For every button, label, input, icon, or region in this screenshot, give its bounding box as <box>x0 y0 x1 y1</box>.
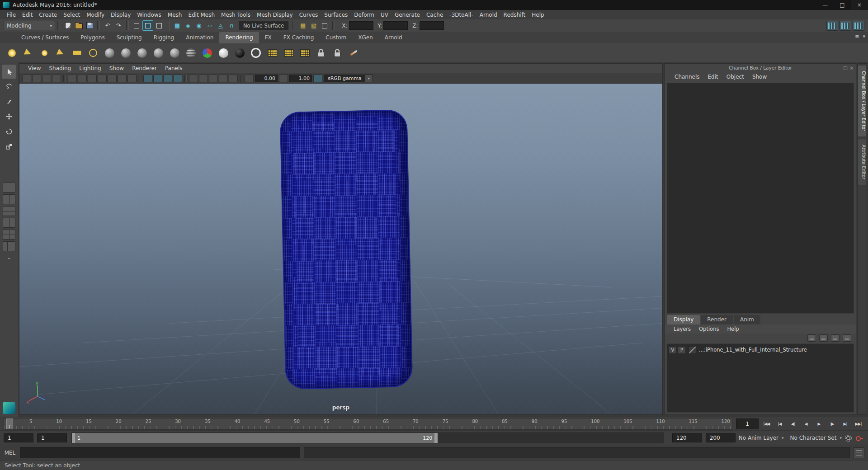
rotate-tool-button[interactable] <box>2 124 16 138</box>
command-input[interactable] <box>20 447 300 458</box>
isolate-select-icon[interactable] <box>229 75 238 82</box>
play-backwards-button[interactable]: ◀ <box>800 419 812 429</box>
anim-layer-select[interactable]: No Anim Layer ▾ <box>736 433 787 443</box>
menu-file[interactable]: File <box>4 12 19 18</box>
ambient-light-button[interactable] <box>4 45 19 61</box>
paint-effects-button[interactable] <box>346 45 361 61</box>
menu-edit[interactable]: Edit <box>19 12 36 18</box>
xray-icon[interactable] <box>219 75 228 82</box>
playback-end-field[interactable]: 120 <box>672 433 702 442</box>
output-connections-button[interactable]: ▧ <box>309 21 319 30</box>
color-wheel-button[interactable] <box>199 45 215 61</box>
viewport-menu-show[interactable]: Show <box>105 65 128 71</box>
animation-end-field[interactable]: 200 <box>706 433 736 442</box>
menu-set-select[interactable]: Modeling ▾ <box>4 21 55 30</box>
pop-out-icon[interactable]: □ <box>843 66 847 70</box>
iphone-wireframe-model[interactable] <box>280 109 413 390</box>
move-layer-down-icon[interactable] <box>819 334 828 342</box>
step-back-frame-button[interactable]: |◀ <box>774 419 786 429</box>
ipr-render-button[interactable] <box>840 21 851 31</box>
viewport-menu-shading[interactable]: Shading <box>45 65 75 71</box>
separator[interactable] <box>332 21 335 30</box>
render-settings-button[interactable] <box>853 21 864 31</box>
render-globals-button[interactable] <box>281 45 296 61</box>
current-frame-field[interactable]: 1 <box>736 418 759 429</box>
separator[interactable] <box>57 21 60 30</box>
channel-menu-channels[interactable]: Channels <box>670 74 704 80</box>
shelf-tab-arnold[interactable]: Arnold <box>379 32 408 43</box>
occlusion-icon[interactable] <box>199 75 208 82</box>
material-sphere-button-5[interactable] <box>167 45 182 61</box>
redo-button[interactable]: ↷ <box>113 21 123 30</box>
menu-create[interactable]: Create <box>36 12 60 18</box>
minimize-button[interactable]: — <box>816 0 834 10</box>
shelf-tab-sculpting[interactable]: Sculpting <box>111 32 148 43</box>
construction-history-button[interactable] <box>320 21 330 30</box>
black-shader-button[interactable] <box>232 45 247 61</box>
close-button[interactable]: × <box>851 0 868 10</box>
menu-redshift[interactable]: Redshift <box>500 12 529 18</box>
step-back-key-button[interactable]: ◀| <box>787 419 799 429</box>
gamma-field[interactable]: 1.00 <box>289 75 312 82</box>
layout-outliner-persp-button[interactable] <box>3 241 15 251</box>
menu-help[interactable]: Help <box>528 12 547 18</box>
menu-modify[interactable]: Modify <box>83 12 108 18</box>
material-sphere-button-2[interactable] <box>118 45 133 61</box>
close-panel-icon[interactable]: × <box>850 66 854 70</box>
viewport-menu-view[interactable]: View <box>24 65 45 71</box>
point-light-button[interactable] <box>37 45 52 61</box>
shadows-icon[interactable] <box>189 75 198 82</box>
menu-cache[interactable]: Cache <box>423 12 446 18</box>
batch-render-button[interactable] <box>297 45 312 61</box>
snap-to-plane-button[interactable]: ▱ <box>205 21 215 30</box>
layer-tab-display[interactable]: Display <box>667 315 700 324</box>
animation-start-field[interactable]: 1 <box>4 433 33 442</box>
select-hierarchy-button[interactable] <box>132 21 142 30</box>
range-slider-track[interactable]: 1 120 <box>71 432 664 443</box>
layer-menu-options[interactable]: Options <box>695 326 723 332</box>
white-shader-button[interactable] <box>216 45 231 61</box>
shelf-tab-custom[interactable]: Custom <box>320 32 352 43</box>
z-coordinate-input[interactable] <box>420 21 444 30</box>
material-sphere-button-3[interactable] <box>134 45 150 61</box>
select-tool-button[interactable] <box>2 65 16 79</box>
snap-to-view-button[interactable]: ◬ <box>216 21 226 30</box>
play-forwards-button[interactable]: ▶ <box>813 419 825 429</box>
wireframe-mode-icon[interactable] <box>143 75 152 82</box>
layer-playback-toggle[interactable]: P <box>678 346 686 354</box>
layer-name[interactable]: ...:iPhone_11_with_Full_Internal_Structu… <box>699 347 807 353</box>
safe-title-icon[interactable] <box>127 75 137 82</box>
create-empty-layer-icon[interactable] <box>831 334 840 342</box>
menu-windows[interactable]: Windows <box>134 12 165 18</box>
x-coordinate-input[interactable] <box>349 21 373 30</box>
shelf-collapse-icon[interactable]: ▾ <box>863 33 865 468</box>
shelf-tab-fx[interactable]: FX <box>259 32 278 43</box>
layer-tab-render[interactable]: Render <box>701 315 733 324</box>
lasso-tool-button[interactable] <box>2 80 16 94</box>
menu-edit-mesh[interactable]: Edit Mesh <box>185 12 218 18</box>
shelf-tab-xgen[interactable]: XGen <box>352 32 379 43</box>
layer-menu-help[interactable]: Help <box>723 326 743 332</box>
move-tool-button[interactable] <box>2 109 16 123</box>
layout-collapse-button[interactable]: – <box>8 255 11 262</box>
layout-two-pane-side-button[interactable] <box>3 194 15 204</box>
layer-row[interactable]: V P ...:iPhone_11_with_Full_Internal_Str… <box>667 345 854 354</box>
image-plane-icon[interactable] <box>52 75 61 82</box>
select-object-button[interactable] <box>142 20 153 31</box>
bookmark-icon[interactable] <box>42 75 51 82</box>
menu-arnold[interactable]: Arnold <box>476 12 500 18</box>
layout-single-pane-button[interactable] <box>3 183 15 193</box>
contrast-icon[interactable] <box>279 75 288 82</box>
film-gate-icon[interactable] <box>78 75 87 82</box>
resolution-gate-icon[interactable] <box>88 75 97 82</box>
menu-3dtoall[interactable]: -3DtoAll- <box>446 12 476 18</box>
save-scene-button[interactable] <box>85 21 94 30</box>
channel-menu-show[interactable]: Show <box>748 74 771 80</box>
step-forward-frame-button[interactable]: ▶| <box>839 419 851 429</box>
menu-mesh-tools[interactable]: Mesh Tools <box>218 12 254 18</box>
menu-deform[interactable]: Deform <box>351 12 377 18</box>
viewport-menu-panels[interactable]: Panels <box>161 65 187 71</box>
make-live-button[interactable]: ∩ <box>226 21 236 30</box>
view-transform-select[interactable]: sRGB gamma ▾ <box>324 75 373 82</box>
current-time-marker[interactable]: 1 <box>6 418 13 429</box>
